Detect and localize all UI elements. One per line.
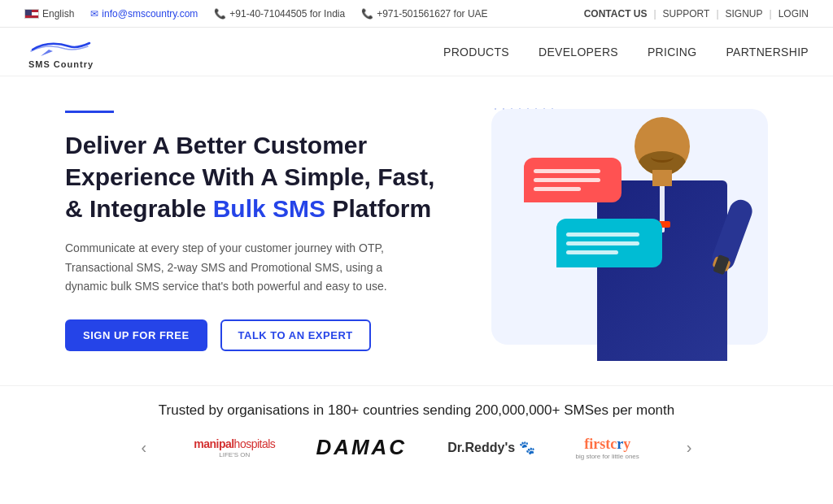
email-address[interactable]: info@smscountry.com bbox=[102, 8, 198, 20]
login-link[interactable]: LOGIN bbox=[778, 8, 809, 20]
phone-india: 📞 +91-40-71044505 for India bbox=[214, 8, 345, 20]
manipal-tagline: LIFE'S ON bbox=[194, 451, 275, 458]
paw-icon: 🐾 bbox=[519, 441, 535, 454]
email-contact: ✉ info@smscountry.com bbox=[90, 8, 198, 20]
hero-title-highlight: Bulk SMS bbox=[213, 195, 325, 222]
top-bar: English ✉ info@smscountry.com 📞 +91-40-7… bbox=[0, 0, 833, 28]
signup-button[interactable]: SIGN UP FOR FREE bbox=[65, 319, 207, 351]
manipal-logo-text: manipalhospitals bbox=[194, 437, 275, 450]
language-selector[interactable]: English bbox=[24, 8, 74, 20]
topbar-right: CONTACT US | SUPPORT | SIGNUP | LOGIN bbox=[584, 8, 809, 20]
damac-logo-text: DAMAC bbox=[316, 435, 407, 460]
trust-logos: ‹ manipalhospitals LIFE'S ON DAMAC Dr.Re… bbox=[24, 435, 809, 460]
chat-bubble-teal bbox=[556, 219, 662, 267]
separator-3: | bbox=[770, 8, 772, 20]
logos-prev-button[interactable]: ‹ bbox=[135, 435, 154, 460]
mail-icon: ✉ bbox=[90, 8, 98, 20]
hero-description: Communicate at every step of your custom… bbox=[65, 239, 423, 297]
nav-links: PRODUCTS DEVELOPERS PRICING PARTNERSHIP bbox=[443, 46, 809, 59]
signup-link[interactable]: SIGNUP bbox=[726, 8, 763, 20]
nav-pricing[interactable]: PRICING bbox=[648, 46, 696, 59]
hero-buttons: SIGN UP FOR FREE TALK TO AN EXPERT bbox=[65, 319, 459, 351]
logo-firstcry: firstcry big store for little ones bbox=[576, 436, 639, 460]
hero-content: Deliver A Better Customer Experience Wit… bbox=[65, 111, 459, 351]
person-smile bbox=[651, 151, 674, 163]
separator-2: | bbox=[716, 8, 718, 20]
phone-uae-number: +971-501561627 for UAE bbox=[377, 8, 487, 20]
firstcry-logo-text: firstcry bbox=[584, 436, 630, 452]
nav-developers[interactable]: DEVELOPERS bbox=[539, 46, 618, 59]
topbar-left: English ✉ info@smscountry.com 📞 +91-40-7… bbox=[24, 8, 488, 20]
person-head bbox=[635, 117, 690, 176]
site-logo[interactable]: SMS Country bbox=[24, 35, 98, 69]
bubble-line bbox=[566, 232, 639, 237]
logo-drreddy: Dr.Reddy's 🐾 bbox=[447, 440, 534, 455]
talk-to-expert-button[interactable]: TALK TO AN EXPERT bbox=[220, 319, 371, 351]
drreddy-logo-text: Dr.Reddy's 🐾 bbox=[447, 440, 534, 455]
chat-bubble-red bbox=[524, 158, 621, 202]
trust-section: Trusted by organisations in 180+ countri… bbox=[0, 385, 833, 473]
hero-image-area bbox=[459, 101, 768, 361]
phone-india-number: +91-40-71044505 for India bbox=[229, 8, 345, 20]
nav-partnership[interactable]: PARTNERSHIP bbox=[726, 46, 809, 59]
bubble-line bbox=[534, 169, 600, 173]
bubble-line bbox=[566, 241, 639, 245]
bubble-line bbox=[534, 178, 600, 182]
person-suit bbox=[597, 180, 727, 361]
logo-manipal: manipalhospitals LIFE'S ON bbox=[194, 437, 275, 458]
hero-title: Deliver A Better Customer Experience Wit… bbox=[65, 129, 459, 224]
main-navbar: SMS Country PRODUCTS DEVELOPERS PRICING … bbox=[0, 28, 833, 76]
phone-uae: 📞 +971-501561627 for UAE bbox=[361, 8, 487, 20]
language-label: English bbox=[42, 8, 74, 20]
bubble-line bbox=[534, 187, 581, 191]
logo-damac: DAMAC bbox=[316, 435, 407, 460]
trust-title: Trusted by organisations in 180+ countri… bbox=[24, 402, 809, 419]
hero-section: Deliver A Better Customer Experience Wit… bbox=[0, 76, 833, 377]
flag-icon bbox=[24, 9, 39, 19]
support-link[interactable]: SUPPORT bbox=[663, 8, 710, 20]
firstcry-tagline: big store for little ones bbox=[576, 453, 639, 460]
phone-icon-uae: 📞 bbox=[361, 8, 373, 20]
logo-text: SMS Country bbox=[28, 59, 94, 69]
hero-accent-line bbox=[65, 111, 114, 113]
contact-us-link[interactable]: CONTACT US bbox=[584, 8, 648, 20]
nav-products[interactable]: PRODUCTS bbox=[443, 46, 509, 59]
phone-icon-india: 📞 bbox=[214, 8, 226, 20]
bubble-line bbox=[566, 250, 618, 254]
separator-1: | bbox=[653, 8, 656, 20]
logos-next-button[interactable]: › bbox=[680, 435, 699, 460]
person-neck bbox=[652, 170, 672, 186]
